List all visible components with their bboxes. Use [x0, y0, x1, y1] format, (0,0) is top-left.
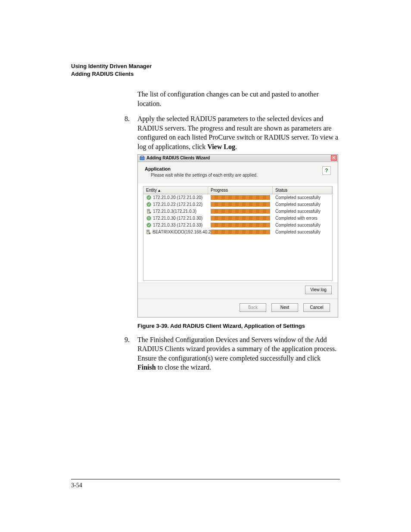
table-header: Entity ▴ Progress Status	[143, 187, 332, 194]
svg-rect-12	[147, 230, 149, 231]
col-header-progress[interactable]: Progress	[208, 187, 273, 194]
page-number: 3-54	[71, 482, 82, 488]
success-icon	[146, 223, 151, 228]
table-row[interactable]: !172.21.0.30 (172.21.0.30)Completed with…	[143, 215, 332, 222]
entity-label: 172.21.0.3(172.21.0.3)	[153, 209, 196, 214]
step-9-suffix: to close the wizard.	[156, 364, 211, 371]
page-footer: 3-54	[71, 479, 340, 489]
entity-label: BEATRIXKIDDO(192.168.40.227)	[153, 230, 217, 234]
wizard-footer-nav: Back Next Cancel	[138, 299, 338, 317]
svg-text:!: !	[148, 216, 149, 220]
table-row[interactable]: 172.21.0.20 (172.21.0.20)Completed succe…	[143, 194, 332, 201]
col-header-status[interactable]: Status	[273, 187, 332, 194]
table-row[interactable]: 172.21.0.3(172.21.0.3)Completed successf…	[143, 208, 332, 215]
cell-status: Completed successfully	[273, 222, 332, 228]
success-icon	[146, 202, 151, 207]
cell-progress	[208, 202, 273, 207]
table-body: 172.21.0.20 (172.21.0.20)Completed succe…	[143, 194, 332, 280]
svg-rect-5	[147, 210, 149, 210]
cell-entity: 172.21.0.3(172.21.0.3)	[143, 208, 208, 215]
table-row[interactable]: 172.21.0.22 (172.21.0.22)Completed succe…	[143, 201, 332, 208]
cancel-button[interactable]: Cancel	[303, 303, 330, 312]
figure-caption: Figure 3-39. Add RADIUS Client Wizard, A…	[137, 323, 340, 329]
close-button[interactable]: ✕	[331, 155, 337, 161]
warn-icon: !	[146, 216, 151, 221]
cell-entity: 172.21.0.20 (172.21.0.20)	[143, 195, 208, 201]
progress-bar	[211, 195, 270, 200]
step-8-text: Apply the selected RADIUS parameters to …	[137, 114, 340, 151]
wizard-app-icon	[140, 156, 145, 161]
cell-status: Completed successfully	[273, 202, 332, 207]
entity-label: 172.21.0.20 (172.21.0.20)	[153, 195, 202, 200]
wizard-header-title: Application	[145, 166, 322, 171]
step-8-number: 8.	[120, 114, 130, 151]
entity-label: 172.21.0.33 (172.21.0.33)	[153, 223, 202, 227]
progress-table: Entity ▴ Progress Status 172.21.0.20 (17…	[143, 186, 333, 281]
server-icon	[146, 230, 151, 235]
progress-bar	[211, 209, 270, 214]
col-header-entity[interactable]: Entity ▴	[143, 187, 208, 194]
entity-label: 172.21.0.30 (172.21.0.30)	[153, 216, 202, 221]
cell-progress	[208, 215, 273, 221]
svg-rect-1	[141, 156, 143, 157]
progress-bar	[211, 216, 270, 221]
wizard-titlebar: Adding RADIUS Clients Wizard ✕	[138, 155, 338, 162]
next-button[interactable]: Next	[271, 303, 298, 312]
cell-progress	[208, 195, 273, 200]
progress-bar	[211, 202, 270, 207]
table-row[interactable]: 172.21.0.33 (172.21.0.33)Completed succe…	[143, 222, 332, 229]
step-8: 8. Apply the selected RADIUS parameters …	[137, 114, 340, 151]
cell-status: Completed with errors	[273, 215, 332, 221]
server-icon	[146, 209, 151, 214]
cell-progress	[208, 222, 273, 228]
wizard-header-subtitle: Please wait while the settings of each e…	[145, 173, 322, 177]
step-8-bold: View Log	[207, 143, 235, 150]
running-head-line1: Using Identity Driven Manager	[71, 62, 340, 70]
svg-point-7	[149, 212, 151, 214]
cell-entity: BEATRIXKIDDO(192.168.40.227)	[143, 229, 208, 235]
progress-bar	[211, 230, 270, 234]
success-icon	[146, 195, 151, 200]
step-8-suffix: .	[235, 143, 237, 150]
progress-bar	[211, 223, 270, 227]
svg-rect-13	[147, 231, 149, 232]
cell-progress	[208, 208, 273, 214]
step-9-number: 9.	[120, 335, 130, 372]
wizard-footer-viewlog: View log	[138, 283, 338, 299]
wizard-title: Adding RADIUS Clients Wizard	[146, 156, 331, 160]
step-9-text: The Finished Configuration Devices and S…	[137, 335, 340, 372]
cell-entity: !172.21.0.30 (172.21.0.30)	[143, 215, 208, 221]
entity-label: 172.21.0.22 (172.21.0.22)	[153, 202, 202, 207]
paragraph-cut-paste: The list of configuration changes can be…	[137, 90, 340, 108]
svg-rect-6	[147, 211, 149, 211]
cell-progress	[208, 229, 273, 235]
table-row[interactable]: BEATRIXKIDDO(192.168.40.227)Completed su…	[143, 229, 332, 236]
cell-status: Completed successfully	[273, 229, 332, 235]
step-9-prefix: The Finished Configuration Devices and S…	[137, 336, 336, 362]
running-head: Using Identity Driven Manager Adding RAD…	[71, 62, 340, 78]
running-head-line2: Adding RADIUS Clients	[71, 70, 340, 78]
back-button: Back	[240, 303, 266, 312]
cell-entity: 172.21.0.22 (172.21.0.22)	[143, 202, 208, 208]
help-button[interactable]: ?	[322, 166, 331, 175]
svg-point-14	[149, 233, 151, 234]
wizard-header-panel: Application Please wait while the settin…	[138, 162, 338, 184]
cell-status: Completed successfully	[273, 208, 332, 214]
step-9-bold: Finish	[137, 364, 156, 371]
step-8-prefix: Apply the selected RADIUS parameters to …	[137, 115, 338, 150]
view-log-button[interactable]: View log	[305, 286, 332, 294]
wizard-window: Adding RADIUS Clients Wizard ✕ Applicati…	[137, 154, 338, 317]
cell-entity: 172.21.0.33 (172.21.0.33)	[143, 222, 208, 228]
cell-status: Completed successfully	[273, 195, 332, 200]
step-9: 9. The Finished Configuration Devices an…	[137, 335, 340, 372]
